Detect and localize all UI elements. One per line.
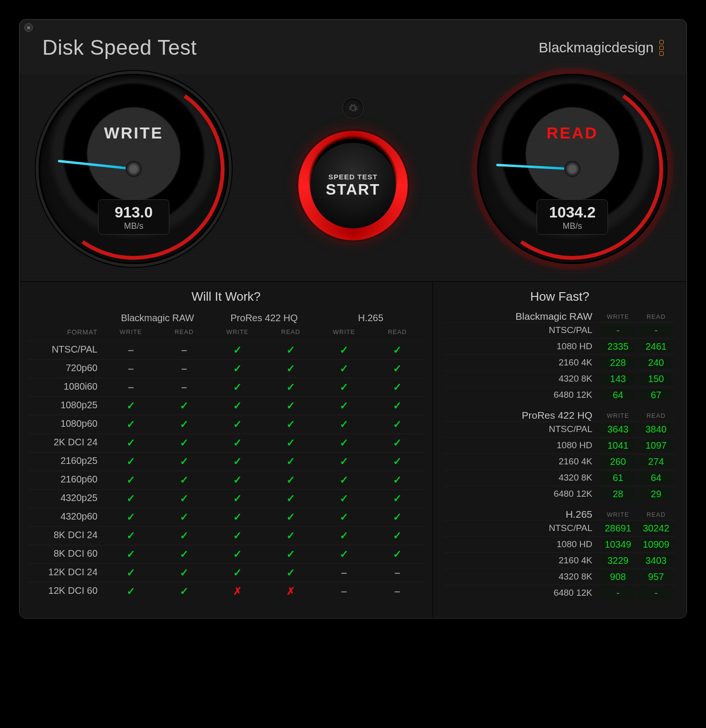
- ww-cell-10-3: ✓: [264, 526, 317, 545]
- hf-fmt: NTSC/PAL: [444, 325, 599, 336]
- ww-cell-4-5: ✓: [371, 415, 424, 433]
- ww-cell-3-2: ✓: [211, 396, 264, 415]
- how-fast-title: How Fast?: [433, 282, 686, 311]
- ww-cell-9-0: ✓: [104, 508, 157, 526]
- ww-cell-3-4: ✓: [317, 396, 371, 415]
- ww-cell-10-4: ✓: [317, 526, 371, 545]
- hf-fmt: 6480 12K: [444, 390, 599, 401]
- ww-cell-8-3: ✓: [264, 489, 317, 508]
- hf-fmt: 2160 4K: [444, 456, 599, 467]
- gauge-row: WRITE 913.0 MB/s SPEED TEST START READ: [20, 74, 686, 281]
- brand-icon: [659, 40, 664, 56]
- hf-write-val: 260: [601, 456, 635, 467]
- hf-sub-read: READ: [637, 511, 675, 518]
- hf-read-val: 2461: [639, 341, 673, 352]
- ww-cell-11-5: ✓: [371, 545, 424, 563]
- hf-write-val: 2335: [601, 341, 635, 352]
- ww-cell-2-5: ✓: [371, 378, 424, 396]
- ww-cell-0-0: –: [104, 341, 157, 359]
- ww-cell-12-0: ✓: [104, 563, 157, 582]
- ww-cell-13-3: ✗: [264, 582, 317, 600]
- ww-cell-5-0: ✓: [104, 433, 157, 452]
- ww-cell-13-1: ✓: [157, 582, 211, 600]
- ww-cell-8-4: ✓: [317, 489, 371, 508]
- hf-row-1-2: 2160 4K260274: [444, 453, 675, 470]
- ww-sub-write: WRITE: [211, 325, 264, 341]
- hf-row-1-0: NTSC/PAL36433840: [444, 421, 675, 437]
- gear-icon: [348, 103, 358, 113]
- ww-sub-write: WRITE: [104, 325, 157, 341]
- ww-cell-6-2: ✓: [211, 452, 264, 471]
- ww-sub-read: READ: [371, 325, 424, 341]
- ww-cell-2-2: ✓: [211, 378, 264, 396]
- ww-sub-read: READ: [157, 325, 211, 341]
- ww-cell-12-4: –: [317, 563, 371, 582]
- hf-group-2: H.265WRITEREADNTSC/PAL28691302421080 HD1…: [444, 509, 675, 601]
- hf-fmt: 6480 12K: [444, 588, 599, 599]
- hf-write-val: 3229: [601, 555, 635, 566]
- hf-row-2-3: 4320 8K908957: [444, 569, 675, 585]
- ww-cell-3-0: ✓: [104, 396, 157, 415]
- read-value-box: 1034.2 MB/s: [537, 199, 608, 235]
- write-label: WRITE: [40, 124, 227, 142]
- ww-format-5: 2K DCI 24: [28, 433, 104, 452]
- ww-cell-4-4: ✓: [317, 415, 371, 433]
- hf-sub-write: WRITE: [599, 511, 637, 518]
- ww-format-1: 720p60: [28, 359, 104, 378]
- ww-cell-6-5: ✓: [371, 452, 424, 471]
- hf-row-1-1: 1080 HD10411097: [444, 437, 675, 453]
- will-it-work-panel: Will It Work? Blackmagic RAWProRes 422 H…: [20, 282, 433, 618]
- hf-fmt: 4320 8K: [444, 472, 599, 483]
- hf-write-val: 908: [601, 571, 635, 582]
- hf-fmt: 1080 HD: [444, 341, 599, 352]
- hf-codec-0: Blackmagic RAW: [444, 311, 599, 322]
- ww-cell-12-1: ✓: [157, 563, 211, 582]
- write-unit: MB/s: [98, 221, 169, 231]
- ww-format-6: 2160p25: [28, 452, 104, 471]
- app-window: ✕ Disk Speed Test Blackmagicdesign WRITE…: [19, 19, 687, 619]
- ww-cell-13-5: –: [371, 582, 424, 600]
- ww-cell-10-5: ✓: [371, 526, 424, 545]
- ww-format-3: 1080p25: [28, 396, 104, 415]
- ww-cell-12-2: ✓: [211, 563, 264, 582]
- hf-read-val: 10909: [639, 539, 673, 550]
- read-gauge: READ 1034.2 MB/s: [477, 74, 667, 264]
- settings-button[interactable]: [343, 98, 363, 118]
- hf-fmt: 2160 4K: [444, 357, 599, 368]
- hf-read-val: 1097: [639, 440, 673, 451]
- ww-format-header: FORMAT: [28, 325, 104, 341]
- close-button[interactable]: ✕: [24, 23, 33, 32]
- ww-format-2: 1080i60: [28, 378, 104, 396]
- ww-cell-0-2: ✓: [211, 341, 264, 359]
- hf-codec-1: ProRes 422 HQ: [444, 410, 599, 421]
- ww-cell-9-5: ✓: [371, 508, 424, 526]
- ww-format-7: 2160p60: [28, 471, 104, 489]
- hf-row-0-2: 2160 4K228240: [444, 354, 675, 371]
- will-it-work-table: Blackmagic RAWProRes 422 HQH.265FORMATWR…: [20, 311, 432, 611]
- ww-format-10: 8K DCI 24: [28, 526, 104, 545]
- ww-cell-10-1: ✓: [157, 526, 211, 545]
- hf-sub-read: READ: [637, 313, 675, 320]
- ww-codec-1: ProRes 422 HQ: [211, 311, 317, 325]
- read-label: READ: [479, 124, 666, 142]
- ww-cell-3-5: ✓: [371, 396, 424, 415]
- ww-cell-10-0: ✓: [104, 526, 157, 545]
- ww-cell-7-0: ✓: [104, 471, 157, 489]
- hf-write-val: 1041: [601, 440, 635, 451]
- hf-group-0: Blackmagic RAWWRITEREADNTSC/PAL--1080 HD…: [444, 311, 675, 403]
- results-panels: Will It Work? Blackmagic RAWProRes 422 H…: [20, 281, 686, 618]
- ww-cell-7-1: ✓: [157, 471, 211, 489]
- hf-sub-read: READ: [637, 412, 675, 419]
- ww-cell-2-0: –: [104, 378, 157, 396]
- ww-cell-11-2: ✓: [211, 545, 264, 563]
- start-button[interactable]: SPEED TEST START: [298, 131, 408, 240]
- hf-write-val: 10349: [601, 539, 635, 550]
- write-value: 913.0: [98, 204, 169, 221]
- ww-cell-5-4: ✓: [317, 433, 371, 452]
- hf-row-0-4: 6480 12K6467: [444, 387, 675, 403]
- ww-format-13: 12K DCI 60: [28, 582, 104, 600]
- ww-cell-1-4: ✓: [317, 359, 371, 378]
- brand: Blackmagicdesign: [539, 39, 664, 56]
- hf-codec-2: H.265: [444, 509, 599, 520]
- hf-fmt: NTSC/PAL: [444, 424, 599, 435]
